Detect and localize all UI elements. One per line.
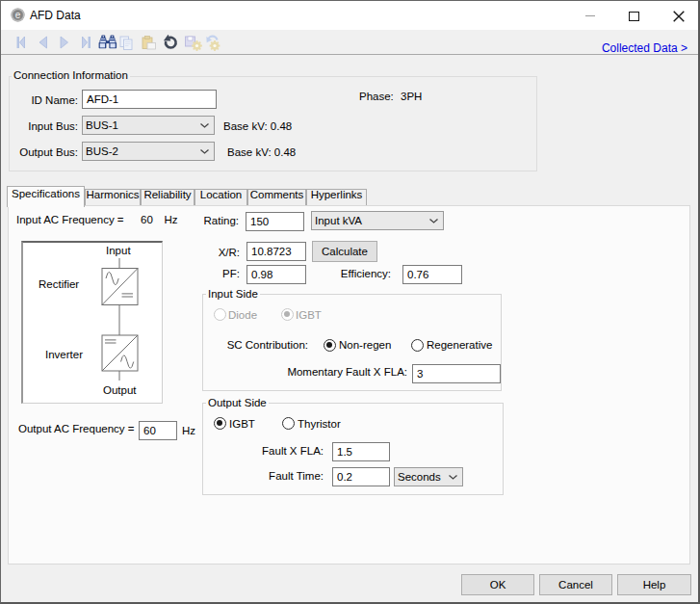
svg-text:Rectifier: Rectifier [39, 278, 79, 290]
svg-text:e: e [15, 10, 21, 20]
svg-text:Inverter: Inverter [45, 349, 83, 360]
svg-text:Input: Input [106, 245, 131, 256]
svg-text:Output: Output [103, 384, 137, 396]
